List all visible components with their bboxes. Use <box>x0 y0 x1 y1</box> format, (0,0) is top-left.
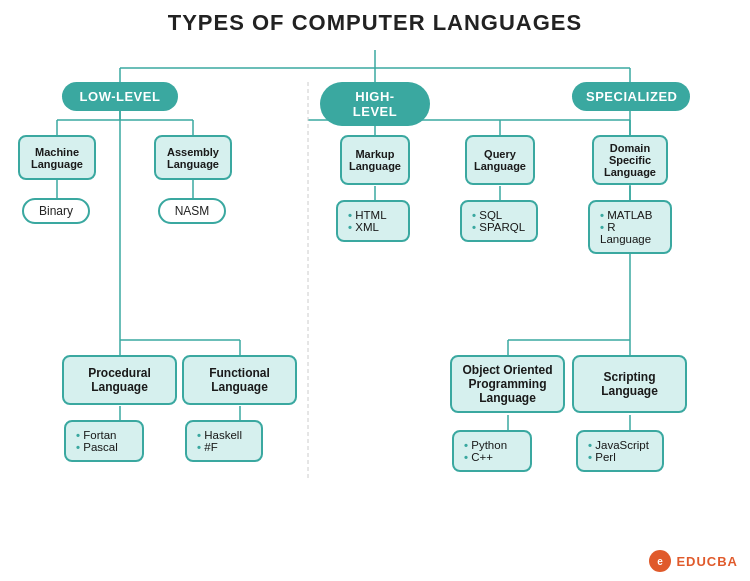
page-title: TYPES OF COMPUTER LANGUAGES <box>15 10 735 36</box>
node-machine-language: Machine Language <box>18 135 96 180</box>
diagram: TYPES OF COMPUTER LANGUAGES <box>0 0 750 581</box>
node-query-language: Query Language <box>465 135 535 185</box>
node-nasm: NASM <box>158 198 226 224</box>
node-python-cpp-list: Python C++ <box>452 430 532 472</box>
node-low-level: LOW-LEVEL <box>62 82 178 111</box>
node-high-level: HIGH-LEVEL <box>320 82 430 126</box>
educba-icon: e <box>648 549 672 573</box>
node-specialized: SPECIALIZED <box>572 82 690 111</box>
node-fortan-pascal-list: Fortan Pascal <box>64 420 144 462</box>
node-html-xml-list: HTML XML <box>336 200 410 242</box>
node-assembly-language: Assembly Language <box>154 135 232 180</box>
node-sql-sparql-list: SQL SPARQL <box>460 200 538 242</box>
educba-logo: e EDUCBA <box>648 549 738 573</box>
node-domain-specific-language: Domain Specific Language <box>592 135 668 185</box>
svg-text:e: e <box>658 556 664 567</box>
node-markup-language: Markup Language <box>340 135 410 185</box>
educba-label: EDUCBA <box>676 554 738 569</box>
node-haskell-f-list: Haskell #F <box>185 420 263 462</box>
node-binary: Binary <box>22 198 90 224</box>
node-functional-language: Functional Language <box>182 355 297 405</box>
node-oop-language: Object Oriented Programming Language <box>450 355 565 413</box>
node-js-perl-list: JavaScript Perl <box>576 430 664 472</box>
node-procedural-language: Procedural Language <box>62 355 177 405</box>
node-matlab-r-list: MATLAB R Language <box>588 200 672 254</box>
node-scripting-language: Scripting Language <box>572 355 687 413</box>
